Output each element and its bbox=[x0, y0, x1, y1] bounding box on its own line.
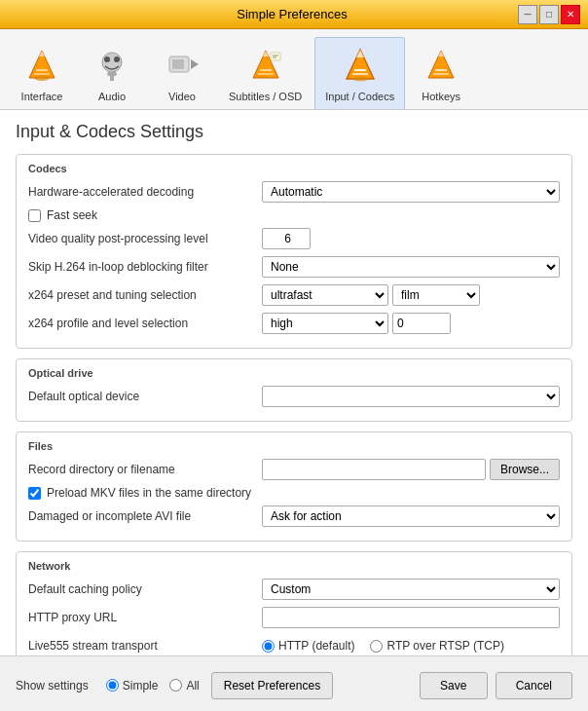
damaged-avi-label: Damaged or incomplete AVI file bbox=[28, 509, 262, 523]
stream-transport-radio-group: HTTP (default) RTP over RTSP (TCP) bbox=[262, 639, 504, 653]
hw-decoding-label: Hardware-accelerated decoding bbox=[28, 185, 262, 199]
x264-preset-label: x264 preset and tuning selection bbox=[28, 288, 262, 302]
hw-decoding-control: Automatic DirectX Video Acceleration (DX… bbox=[262, 181, 560, 203]
cancel-button[interactable]: Cancel bbox=[496, 672, 572, 699]
tab-interface-label: Interface bbox=[21, 91, 63, 102]
close-button[interactable]: ✕ bbox=[561, 5, 580, 24]
tab-audio-label: Audio bbox=[98, 91, 126, 102]
tab-video-icon bbox=[161, 44, 203, 87]
caching-policy-control: Custom Lowest latency Low latency Normal… bbox=[262, 579, 560, 600]
svg-rect-8 bbox=[107, 72, 117, 76]
http-proxy-control bbox=[262, 607, 560, 628]
preload-mkv-row: Preload MKV files in the same directory bbox=[28, 486, 560, 500]
default-device-control bbox=[262, 386, 560, 407]
codecs-section-label: Codecs bbox=[28, 163, 560, 174]
skip-deblocking-label: Skip H.264 in-loop deblocking filter bbox=[28, 260, 262, 274]
caching-policy-row: Default caching policy Custom Lowest lat… bbox=[28, 578, 560, 601]
skip-deblocking-row: Skip H.264 in-loop deblocking filter Non… bbox=[28, 255, 560, 279]
rtp-transport-radio[interactable] bbox=[370, 640, 383, 653]
caching-policy-label: Default caching policy bbox=[28, 582, 262, 596]
network-section: Network Default caching policy Custom Lo… bbox=[16, 551, 572, 655]
x264-profile-row: x264 profile and level selection baselin… bbox=[28, 312, 560, 335]
files-section: Files Record directory or filename Brows… bbox=[16, 431, 572, 542]
window-title: Simple Preferences bbox=[66, 7, 518, 21]
fast-seek-label: Fast seek bbox=[47, 208, 97, 222]
damaged-avi-control: Ask for action Always fix Never fix bbox=[262, 505, 560, 527]
svg-rect-12 bbox=[172, 59, 184, 69]
files-section-label: Files bbox=[28, 440, 560, 452]
record-dir-input[interactable] bbox=[262, 459, 486, 480]
maximize-button[interactable]: □ bbox=[539, 5, 559, 24]
record-dir-row: Record directory or filename Browse... bbox=[28, 458, 560, 481]
tab-input[interactable]: Input / Codecs bbox=[314, 37, 405, 109]
svg-rect-9 bbox=[110, 76, 114, 81]
x264-profile-select[interactable]: baseline main high bbox=[262, 313, 388, 334]
title-bar: Simple Preferences ─ □ ✕ bbox=[0, 0, 588, 29]
x264-profile-control: baseline main high bbox=[262, 313, 560, 334]
show-settings-label: Show settings bbox=[16, 679, 89, 692]
video-quality-control bbox=[262, 228, 560, 249]
http-transport-label: HTTP (default) bbox=[278, 639, 354, 653]
network-section-label: Network bbox=[28, 560, 560, 572]
all-settings-radio[interactable] bbox=[169, 679, 182, 692]
tab-subtitles[interactable]: Subtitles / OSD bbox=[218, 37, 312, 109]
tab-audio[interactable]: Audio bbox=[78, 37, 146, 109]
http-transport-radio[interactable] bbox=[262, 640, 275, 653]
http-proxy-label: HTTP proxy URL bbox=[28, 611, 262, 624]
window-controls: ─ □ ✕ bbox=[518, 5, 580, 24]
skip-deblocking-select[interactable]: None Non-ref Bidir non-ref bbox=[262, 256, 560, 278]
tab-hotkeys-label: Hotkeys bbox=[422, 91, 460, 102]
simple-radio-item: Simple bbox=[106, 679, 159, 692]
rtp-transport-label: RTP over RTSP (TCP) bbox=[386, 639, 503, 653]
default-device-label: Default optical device bbox=[28, 390, 262, 403]
damaged-avi-row: Damaged or incomplete AVI file Ask for a… bbox=[28, 505, 560, 528]
stream-transport-control: HTTP (default) RTP over RTSP (TCP) bbox=[262, 639, 560, 653]
tab-video[interactable]: Video bbox=[148, 37, 216, 109]
x264-level-input[interactable] bbox=[392, 313, 451, 334]
tab-subtitles-icon bbox=[244, 44, 287, 87]
http-proxy-row: HTTP proxy URL bbox=[28, 606, 560, 629]
fast-seek-checkbox[interactable] bbox=[28, 209, 41, 222]
tab-audio-icon bbox=[91, 44, 133, 87]
preload-mkv-checkbox[interactable] bbox=[28, 487, 41, 500]
tab-hotkeys[interactable]: Hotkeys bbox=[407, 37, 475, 109]
reset-preferences-button[interactable]: Reset Preferences bbox=[211, 672, 333, 699]
fast-seek-row: Fast seek bbox=[28, 208, 560, 222]
svg-point-24 bbox=[352, 77, 368, 82]
stream-transport-label: Live555 stream transport bbox=[28, 639, 262, 653]
radio-item-rtp: RTP over RTSP (TCP) bbox=[370, 639, 503, 653]
damaged-avi-select[interactable]: Ask for action Always fix Never fix bbox=[262, 505, 560, 527]
save-button[interactable]: Save bbox=[420, 672, 488, 699]
default-device-select[interactable] bbox=[262, 386, 560, 407]
svg-point-7 bbox=[114, 56, 120, 62]
show-settings: Show settings Simple All Reset Preferenc… bbox=[16, 672, 333, 699]
tab-input-label: Input / Codecs bbox=[325, 91, 394, 102]
page-title: Input & Codecs Settings bbox=[16, 122, 572, 142]
preload-mkv-label: Preload MKV files in the same directory bbox=[47, 486, 251, 500]
svg-rect-17 bbox=[271, 53, 280, 60]
simple-settings-radio[interactable] bbox=[106, 679, 119, 692]
hw-decoding-select[interactable]: Automatic DirectX Video Acceleration (DX… bbox=[262, 181, 560, 203]
stream-transport-row: Live555 stream transport HTTP (default) … bbox=[28, 634, 560, 655]
tab-interface[interactable]: Interface bbox=[8, 37, 76, 109]
codecs-section: Codecs Hardware-accelerated decoding Aut… bbox=[16, 154, 572, 349]
x264-tuning-select[interactable]: film animation grain stillimage psnr ssi… bbox=[392, 284, 480, 306]
svg-marker-14 bbox=[263, 51, 269, 56]
hw-decoding-row: Hardware-accelerated decoding Automatic … bbox=[28, 180, 560, 204]
minimize-button[interactable]: ─ bbox=[518, 5, 537, 24]
radio-item-http: HTTP (default) bbox=[262, 639, 354, 653]
video-quality-label: Video quality post-processing level bbox=[28, 232, 262, 245]
browse-button[interactable]: Browse... bbox=[490, 459, 560, 480]
svg-marker-11 bbox=[191, 59, 199, 69]
x264-profile-label: x264 profile and level selection bbox=[28, 317, 262, 330]
all-settings-label: All bbox=[186, 679, 199, 692]
main-content: Input & Codecs Settings Codecs Hardware-… bbox=[0, 110, 588, 655]
optical-drive-label: Optical drive bbox=[28, 367, 560, 379]
http-proxy-input[interactable] bbox=[262, 607, 560, 628]
skip-deblocking-control: None Non-ref Bidir non-ref bbox=[262, 256, 560, 278]
video-quality-input[interactable] bbox=[262, 228, 311, 249]
tab-video-label: Video bbox=[168, 91, 196, 102]
x264-preset-select[interactable]: ultrafast superfast veryfast faster fast… bbox=[262, 284, 388, 306]
caching-policy-select[interactable]: Custom Lowest latency Low latency Normal… bbox=[262, 579, 560, 600]
tab-bar: Interface Audio Video bbox=[0, 29, 588, 110]
